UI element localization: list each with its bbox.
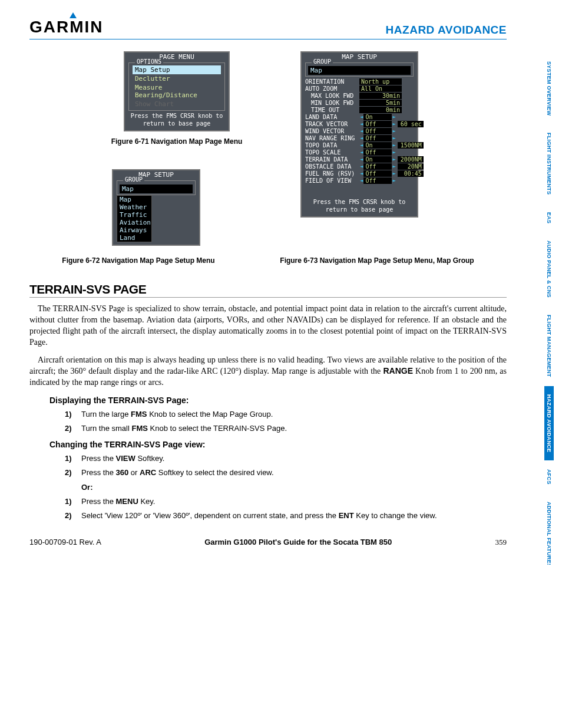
right-arrow-icon[interactable]: ► <box>392 163 396 169</box>
step: 1)Turn the large FMS Knob to select the … <box>65 410 507 419</box>
doc-number: 190-00709-01 Rev. A <box>29 538 101 546</box>
menu-item-map-setup[interactable]: Map Setup <box>133 65 221 74</box>
setting-row[interactable]: MAX LOOK FWD30min <box>305 92 415 99</box>
left-arrow-icon[interactable]: ◄ <box>359 128 363 134</box>
setting-value[interactable]: On <box>363 156 392 163</box>
figure-6-72-caption: Figure 6-72 Navigation Map Page Setup Me… <box>62 256 214 265</box>
setting-value[interactable]: Off <box>363 121 392 127</box>
settings-list: ORIENTATIONNorth upAUTO ZOOMAll OnMAX LO… <box>302 77 417 185</box>
setting-label: AUTO ZOOM <box>305 85 359 92</box>
left-arrow-icon[interactable]: ◄ <box>359 170 363 176</box>
setting-extra: 2000NM <box>398 156 424 163</box>
menu-item-declutter[interactable]: Declutter <box>133 74 221 83</box>
setting-value[interactable]: Off <box>363 163 392 170</box>
setting-value[interactable]: On <box>363 142 392 149</box>
right-arrow-icon[interactable]: ► <box>392 177 396 183</box>
left-arrow-icon[interactable]: ◄ <box>359 177 363 183</box>
setting-row[interactable]: TRACK VECTOR◄Off►60 sec <box>305 120 415 127</box>
left-arrow-icon[interactable]: ◄ <box>359 156 363 162</box>
setting-row[interactable]: TIME OUT0min <box>305 106 415 113</box>
setting-value[interactable]: 5min <box>359 100 402 106</box>
side-tab[interactable]: SYSTEM OVERVIEW <box>544 53 554 124</box>
group-selected-2[interactable]: Map <box>308 66 411 75</box>
setting-value[interactable]: All On <box>359 85 402 92</box>
body-paragraph-2: Aircraft orientation on this map is alwa… <box>29 355 507 389</box>
side-tab[interactable]: AFCS <box>544 461 554 493</box>
dropdown-item[interactable]: Airways <box>117 226 151 234</box>
dropdown-item[interactable]: Weather <box>117 203 151 211</box>
dropdown-item[interactable]: Traffic <box>117 211 151 219</box>
options-box: OPTIONS Map Setup Declutter Measure Bear… <box>128 62 225 111</box>
side-tab[interactable]: HAZARD AVOIDANCE <box>544 386 554 461</box>
left-arrow-icon[interactable]: ◄ <box>359 149 363 155</box>
group-legend-2: GROUP <box>312 58 333 65</box>
setting-row[interactable]: FIELD OF VIEW◄Off► <box>305 177 415 184</box>
left-arrow-icon[interactable]: ◄ <box>359 142 363 148</box>
setting-row[interactable]: WIND VECTOR◄Off► <box>305 127 415 134</box>
setting-extra: 60 sec <box>398 121 424 127</box>
side-tab[interactable]: AUDIO PANEL & CNS <box>544 232 554 307</box>
setting-row[interactable]: ORIENTATIONNorth up <box>305 78 415 85</box>
side-tab[interactable]: EAS <box>544 204 554 232</box>
figure-6-71-caption: Figure 6-71 Navigation Map Page Menu <box>111 137 243 146</box>
setting-value[interactable]: Off <box>363 149 392 156</box>
step: 1)Press the VIEW Softkey. <box>65 454 507 463</box>
chapter-title: HAZARD AVOIDANCE <box>386 24 507 37</box>
setting-label: TOPO DATA <box>305 142 359 149</box>
dropdown-item[interactable]: Land <box>117 234 151 242</box>
setting-value[interactable]: 0min <box>359 107 402 113</box>
right-arrow-icon[interactable]: ► <box>392 156 396 162</box>
setting-row[interactable]: MIN LOOK FWD5min <box>305 99 415 106</box>
setting-row[interactable]: LAND DATA◄On► <box>305 113 415 120</box>
right-arrow-icon[interactable]: ► <box>392 142 396 148</box>
map-setup-settings-screen: MAP SETUP GROUP Map ORIENTATIONNorth upA… <box>300 51 418 218</box>
setting-value[interactable]: On <box>363 114 392 120</box>
dropdown-item[interactable]: Aviation <box>117 219 151 226</box>
group-dropdown[interactable]: Map Weather Traffic Aviation Airways Lan… <box>117 195 152 242</box>
setting-row[interactable]: TOPO SCALE◄Off► <box>305 149 415 156</box>
setting-row[interactable]: AUTO ZOOMAll On <box>305 85 415 92</box>
logo-text: GARMIN <box>29 18 104 36</box>
setting-label: MIN LOOK FWD <box>305 100 359 106</box>
right-arrow-icon[interactable]: ► <box>392 170 396 176</box>
group-box: GROUP Map <box>117 180 196 195</box>
setting-value[interactable]: Off <box>363 135 392 141</box>
side-tab[interactable]: ADDITIONAL FEATURES <box>544 493 554 565</box>
setting-label: NAV RANGE RING <box>305 135 359 141</box>
setting-value[interactable]: Off <box>363 170 392 177</box>
group-selected[interactable]: Map <box>120 185 193 193</box>
step: 2)Press the 360 or ARC Softkey to select… <box>65 468 507 477</box>
right-arrow-icon[interactable]: ► <box>392 121 396 127</box>
setting-row[interactable]: TOPO DATA◄On►1500NM <box>305 141 415 149</box>
menu-item-measure[interactable]: Measure Bearing/Distance <box>133 83 221 100</box>
setting-row[interactable]: FUEL RNG (RSV)◄Off►00:45 <box>305 170 415 177</box>
setting-label: LAND DATA <box>305 114 359 120</box>
right-arrow-icon[interactable]: ► <box>392 149 396 155</box>
right-arrow-icon[interactable]: ► <box>392 114 396 120</box>
options-legend: OPTIONS <box>135 58 163 65</box>
body-paragraph-1: The TERRAIN-SVS Page is specialized to s… <box>29 304 507 348</box>
left-arrow-icon[interactable]: ◄ <box>359 135 363 141</box>
setting-value[interactable]: North up <box>359 78 402 85</box>
setting-value[interactable]: 30min <box>359 93 402 99</box>
figure-6-73-caption: Figure 6-73 Navigation Map Page Setup Me… <box>280 256 474 265</box>
setting-label: FIELD OF VIEW <box>305 177 359 184</box>
setting-value[interactable]: Off <box>363 177 392 184</box>
page-header: GARMIN HAZARD AVOIDANCE <box>29 18 507 39</box>
right-arrow-icon[interactable]: ► <box>392 128 396 134</box>
doc-title: Garmin G1000 Pilot's Guide for the Socat… <box>204 538 392 546</box>
setting-value[interactable]: Off <box>363 128 392 134</box>
right-arrow-icon[interactable]: ► <box>392 135 396 141</box>
setting-row[interactable]: NAV RANGE RING◄Off► <box>305 134 415 141</box>
left-arrow-icon[interactable]: ◄ <box>359 163 363 169</box>
page-footer: 190-00709-01 Rev. A Garmin G1000 Pilot's… <box>29 538 507 547</box>
left-arrow-icon[interactable]: ◄ <box>359 114 363 120</box>
setting-row[interactable]: OBSTACLE DATA◄Off►20NM <box>305 163 415 170</box>
side-tab[interactable]: FLIGHT INSTRUMENTS <box>544 124 554 203</box>
side-tab[interactable]: FLIGHT MANAGEMENT <box>544 307 554 386</box>
left-arrow-icon[interactable]: ◄ <box>359 121 363 127</box>
dropdown-item[interactable]: Map <box>117 196 151 203</box>
setting-label: TERRAIN DATA <box>305 156 359 163</box>
setting-row[interactable]: TERRAIN DATA◄On►2000NM <box>305 156 415 163</box>
setting-label: WIND VECTOR <box>305 128 359 134</box>
